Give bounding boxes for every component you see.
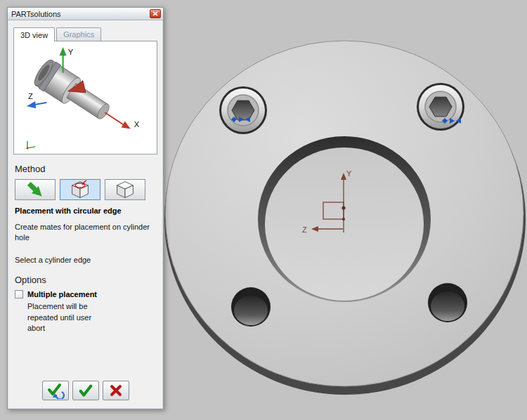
cancel-button[interactable] [103, 381, 129, 400]
socket-screw-top-right[interactable] [417, 83, 464, 131]
method-placement-free-button[interactable] [15, 179, 56, 200]
method-description: Create mates for placement on cylinder h… [15, 222, 156, 244]
preview-z-axis [34, 103, 46, 105]
options-block: Multiple placement Placement will be rep… [15, 290, 156, 334]
method-placement-box-button[interactable] [105, 179, 145, 200]
preview-x-arrow-icon [122, 121, 131, 129]
part-preview-3d: Y Z X [14, 41, 157, 154]
check-icon [77, 383, 94, 398]
preview-axis-y-label: Y [68, 48, 74, 56]
method-selected-title: Placement with circular edge [15, 206, 156, 215]
multiple-placement-label: Multiple placement [27, 290, 97, 298]
method-placement-circular-edge-button[interactable] [60, 179, 100, 200]
multiple-placement-row[interactable]: Multiple placement [15, 290, 156, 298]
apply-and-repeat-button[interactable] [42, 381, 69, 400]
apply-button[interactable] [72, 381, 99, 400]
part-preview-panel[interactable]: Y Z X [13, 41, 157, 155]
options-heading: Options [15, 275, 156, 285]
dialog-title: PARTsolutions [11, 10, 150, 18]
dialog-titlebar[interactable]: PARTsolutions [8, 8, 163, 20]
multiple-placement-description: Placement will be repeated until user ab… [27, 301, 106, 334]
tab-graphics[interactable]: Graphics [56, 27, 101, 41]
bolt-hole-bottom-right[interactable] [428, 283, 467, 322]
origin-triad-icon [26, 141, 35, 150]
preview-tabstrip: 3D view Graphics [8, 20, 163, 41]
cube-circular-edge-icon [69, 180, 91, 199]
green-arrow-icon [25, 181, 46, 199]
cad-application-window: Y Z P [0, 0, 527, 420]
preview-y-arrow-icon [60, 47, 67, 55]
bolt-hole-bottom-left[interactable] [231, 287, 271, 327]
preview-axis-x-label: X [134, 120, 140, 129]
method-hint: Select a cylinder edge [15, 255, 156, 265]
preview-z-arrow-icon [27, 101, 36, 108]
check-repeat-icon [46, 382, 65, 399]
close-icon [152, 11, 158, 16]
multiple-placement-checkbox[interactable] [15, 290, 23, 298]
sketch-axis-y-label: Y [346, 169, 352, 178]
preview-x-axis [105, 112, 123, 124]
cross-icon [108, 383, 124, 398]
flange-model[interactable]: Y Z [164, 41, 526, 395]
socket-screw-top-left[interactable] [219, 86, 267, 134]
close-button[interactable] [150, 9, 161, 18]
sketch-axis-z-label: Z [302, 225, 307, 234]
preview-axis-z-label: Z [28, 92, 33, 100]
partsolutions-dialog: PARTsolutions 3D view Graphics [7, 7, 164, 409]
tab-3d-view[interactable]: 3D view [13, 27, 55, 41]
dialog-action-row [8, 381, 163, 400]
method-button-row [15, 179, 156, 200]
cube-icon [114, 180, 136, 199]
method-heading: Method [15, 164, 156, 174]
